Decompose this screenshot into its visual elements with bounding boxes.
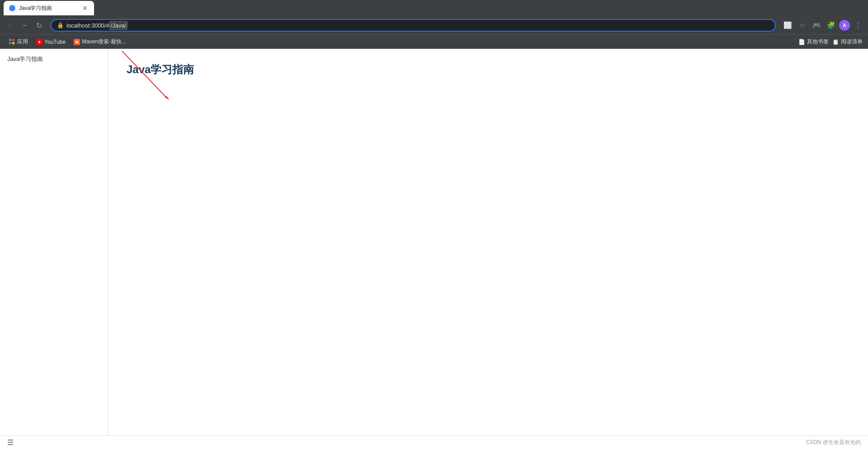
svg-marker-7 [165,96,170,100]
account-button[interactable]: 🎮 [810,19,823,32]
back-button[interactable]: ← [4,19,16,32]
cast-button[interactable]: ⬜ [781,19,794,32]
reload-button[interactable]: ↻ [33,19,45,32]
tab-bar: Java学习指南 ✕ [0,0,868,16]
url-highlight: /Java/ [109,21,128,30]
bookmark-apps[interactable]: 应用 [5,36,32,47]
sidebar-item-label: Java学习指南 [7,55,43,63]
svg-rect-3 [12,42,14,44]
hamburger-icon[interactable]: ☰ [7,438,14,447]
bookmark-youtube[interactable]: YouTube [33,37,69,47]
page-heading: Java学习指南 [127,62,850,77]
sidebar: Java学习指南 [0,49,108,449]
main-content: Java学习指南 [108,49,868,449]
arrow-annotation [108,49,868,449]
reading-list-icon: 📋 [832,39,839,45]
bookmarks-right: 📄 其他书签 📋 阅读清单 [798,38,863,46]
forward-button[interactable]: → [18,19,31,32]
tab-close-button[interactable]: ✕ [81,5,89,12]
address-bar-container: 🔒 localhost:3000/#/Java/ [51,19,776,32]
browser-chrome: Java学习指南 ✕ ← → ↻ 🔒 localhost:3000/#/Java… [0,0,868,49]
url-prefix: localhost:3000/# [66,22,109,29]
menu-button[interactable]: ⋮ [852,19,864,32]
youtube-label: YouTube [44,39,66,45]
lock-icon: 🔒 [57,22,64,28]
address-bar[interactable]: 🔒 localhost:3000/#/Java/ [51,19,776,32]
bottom-bar-left: ☰ [7,438,14,447]
maven-icon: M [74,39,80,45]
sidebar-item-java[interactable]: Java学习指南 [0,52,108,66]
tab-favicon [9,5,15,11]
address-bar-url: localhost:3000/#/Java/ [66,22,769,29]
maven-label: Maven搜索-最快... [82,38,126,46]
extensions-button[interactable]: 🧩 [825,19,837,32]
svg-rect-1 [12,39,14,41]
bookmark-star-button[interactable]: ☆ [796,19,808,32]
svg-rect-2 [9,42,11,44]
tab-title: Java学习指南 [19,5,78,12]
reading-list-label: 阅读清单 [841,38,863,46]
other-bookmarks-label: 其他书签 [807,38,829,46]
profile-button[interactable]: A [839,20,850,31]
bookmark-maven[interactable]: M Maven搜索-最快... [70,36,130,47]
nav-bar: ← → ↻ 🔒 localhost:3000/#/Java/ ⬜ ☆ 🎮 🧩 A… [0,16,868,34]
apps-icon [9,39,15,45]
active-tab[interactable]: Java学习指南 ✕ [4,1,94,15]
reading-list[interactable]: 📋 阅读清单 [832,38,863,46]
svg-rect-0 [9,39,11,41]
youtube-icon [36,39,42,45]
other-bookmarks-icon: 📄 [798,39,805,45]
nav-right: ⬜ ☆ 🎮 🧩 A ⋮ [781,19,864,32]
watermark: CSDN @生命是有光的 [806,439,861,446]
page-content: Java学习指南 Java学习指南 [0,49,868,449]
bottom-bar: ☰ CSDN @生命是有光的 [0,435,868,449]
other-bookmarks[interactable]: 📄 其他书签 [798,38,829,46]
bookmarks-bar: 应用 YouTube M Maven搜索-最快... 📄 其他书签 [0,34,868,49]
apps-label: 应用 [17,38,28,46]
